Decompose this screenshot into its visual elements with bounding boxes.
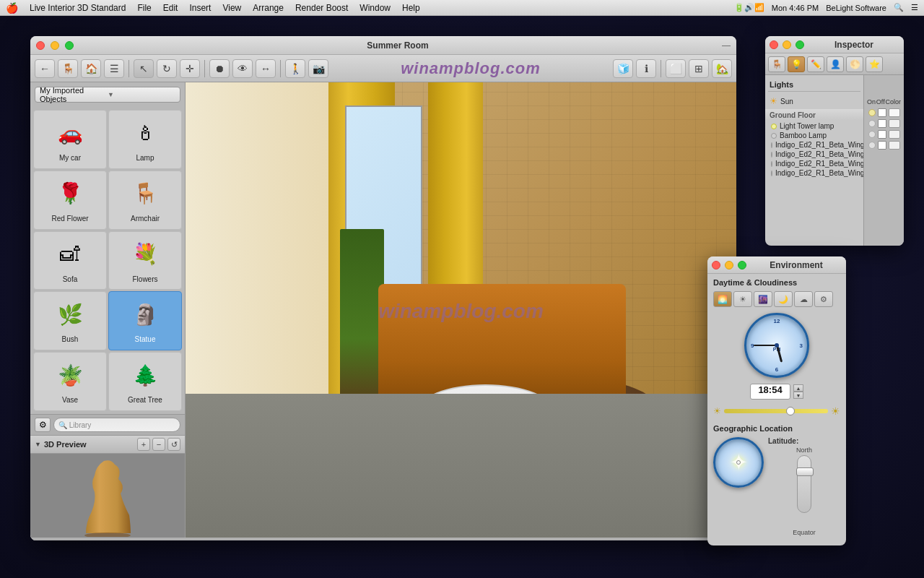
time-step-up[interactable]: ▲ (793, 384, 803, 392)
sidebar-gear-button[interactable]: ⚙ (35, 418, 51, 432)
light-on-icon-1[interactable] (868, 109, 876, 116)
menubar-edit[interactable]: Edit (163, 3, 178, 13)
light-on-icon-4[interactable] (868, 142, 876, 149)
menubar-render[interactable]: Render Boost (295, 3, 348, 13)
object-sofa[interactable]: 🛋 Sofa (33, 231, 107, 290)
time-input-row: 18:54 ▲ ▼ (713, 384, 840, 400)
apple-menu[interactable]: 🍎 (6, 2, 18, 14)
light-off-check-4[interactable] (878, 141, 886, 150)
light-indigo-4[interactable]: Indigo_Ed2_R1_Beta_Wing (768, 168, 860, 178)
env-time-btn-settings[interactable]: ⚙ (814, 291, 833, 307)
object-lamp[interactable]: 🕯 Lamp (108, 110, 182, 169)
light-color-swatch-4[interactable] (889, 141, 900, 150)
object-bush[interactable]: 🌿 Bush (33, 291, 107, 350)
scene-image: winampblog.com (186, 82, 736, 540)
main-window-minimize[interactable] (51, 41, 59, 50)
preview-zoom-in[interactable]: + (137, 438, 150, 451)
toolbar-2d[interactable]: ⬜ (666, 59, 686, 78)
inspector-btn-person[interactable]: 👤 (827, 56, 844, 72)
object-statue[interactable]: 🗿 Statue (108, 291, 182, 350)
inspector-minimize[interactable] (783, 40, 791, 49)
toolbar-rotate[interactable]: ↻ (157, 59, 177, 78)
toolbar-info[interactable]: ℹ (636, 59, 656, 78)
menubar-file[interactable]: File (137, 3, 151, 13)
menubar-app-name[interactable]: Live Interior 3D Standard (30, 3, 126, 13)
window-resize-handle[interactable] (30, 538, 736, 540)
main-window-collapse[interactable]: — (722, 40, 731, 51)
compass[interactable]: ✦ (713, 437, 764, 488)
light-tower-lamp[interactable]: Light Tower lamp (768, 121, 860, 131)
light-off-check-3[interactable] (878, 130, 886, 139)
toolbar-camera[interactable]: 📷 (308, 59, 328, 78)
light-indigo-1[interactable]: Indigo_Ed2_R1_Beta_Wing (768, 140, 860, 150)
menubar-arrange[interactable]: Arrange (253, 3, 284, 13)
env-maximize[interactable] (738, 261, 746, 269)
light-color-swatch-3[interactable] (889, 130, 900, 139)
light-bamboo-lamp[interactable]: Bamboo Lamp (768, 131, 860, 140)
light-on-icon-2[interactable] (868, 120, 876, 127)
light-item-sun[interactable]: ☀ Sun (768, 95, 860, 108)
env-time-btn-dawn[interactable]: 🌅 (713, 291, 732, 307)
inspector-btn-light[interactable]: 💡 (788, 56, 805, 72)
menubar-window[interactable]: Window (359, 3, 391, 13)
toolbar-pan[interactable]: ↔ (256, 59, 276, 78)
toolbar-furniture[interactable]: 🪑 (58, 59, 78, 78)
inspector-btn-star[interactable]: ⭐ (866, 56, 883, 72)
env-time-btn-day[interactable]: ☀ (733, 291, 752, 307)
main-window-close[interactable] (36, 41, 45, 50)
preview-refresh[interactable]: ↺ (167, 438, 180, 451)
light-color-swatch-1[interactable] (889, 108, 900, 117)
object-flowers[interactable]: 💐 Flowers (108, 231, 182, 290)
toolbar-object[interactable]: 🧊 (613, 59, 633, 78)
brightness-row: ☀ ☀ (713, 405, 840, 417)
toolbar-move[interactable]: ✛ (180, 59, 200, 78)
clock[interactable]: 12 3 6 9 PM (744, 313, 809, 378)
toolbar-person[interactable]: 🚶 (285, 59, 305, 78)
env-time-btn-clouds[interactable]: ☁ (794, 291, 813, 307)
toolbar-list[interactable]: ☰ (104, 59, 124, 78)
menubar-help[interactable]: Help (402, 3, 420, 13)
light-color-swatch-2[interactable] (889, 119, 900, 128)
light-off-check-2[interactable] (878, 119, 886, 128)
inspector-btn-furniture[interactable]: 🪑 (768, 56, 785, 72)
env-time-btn-dusk[interactable]: 🌆 (754, 291, 772, 307)
light-indigo-3[interactable]: Indigo_Ed2_R1_Beta_Wing (768, 159, 860, 168)
env-close[interactable] (712, 261, 720, 269)
inspector-btn-edit[interactable]: ✏️ (807, 56, 824, 72)
time-input[interactable]: 18:54 (750, 384, 790, 400)
object-red-flower[interactable]: 🌹 Red Flower (33, 171, 107, 230)
light-indigo-2[interactable]: Indigo_Ed2_R1_Beta_Wing (768, 150, 860, 159)
object-my-car[interactable]: 🚗 My car (33, 110, 107, 169)
menubar-menu-icon[interactable]: ☰ (911, 3, 918, 12)
main-window-maximize[interactable] (65, 41, 74, 50)
toolbar-view[interactable]: 👁 (232, 59, 253, 78)
time-step-down[interactable]: ▼ (793, 392, 803, 399)
toolbar-select[interactable]: ↖ (134, 59, 154, 78)
toolbar-record[interactable]: ⏺ (209, 59, 230, 78)
preview-collapse-icon[interactable]: ▼ (35, 441, 41, 448)
inspector-maximize[interactable] (796, 40, 804, 49)
brightness-slider[interactable] (724, 409, 828, 413)
toolbar-walls[interactable]: 🏠 (81, 59, 101, 78)
objects-dropdown[interactable]: My Imported Objects ▼ (35, 87, 180, 103)
sidebar-search[interactable]: 🔍 Library (53, 418, 180, 432)
object-great-tree[interactable]: 🌲 Great Tree (108, 352, 182, 411)
object-armchair[interactable]: 🪑 Armchair (108, 171, 182, 230)
menubar-insert[interactable]: Insert (189, 3, 211, 13)
object-vase[interactable]: 🪴 Vase (33, 352, 107, 411)
toolbar-home[interactable]: 🏡 (712, 59, 732, 78)
lat-slider[interactable] (797, 455, 811, 513)
env-minimize[interactable] (725, 261, 733, 269)
scene-area[interactable]: winampblog.com (186, 82, 736, 540)
menubar-search-icon[interactable]: 🔍 (894, 3, 904, 12)
preview-zoom-out[interactable]: − (152, 438, 165, 451)
inspector-close[interactable] (770, 40, 778, 49)
menubar-view[interactable]: View (222, 3, 241, 13)
toolbar-back[interactable]: ← (35, 59, 55, 78)
toolbar-3d[interactable]: ⊞ (689, 59, 709, 78)
light-off-check-1[interactable] (878, 108, 886, 117)
inspector-btn-color[interactable]: 🌕 (846, 56, 863, 72)
env-time-btn-night[interactable]: 🌙 (774, 291, 793, 307)
light-on-icon-3[interactable] (868, 131, 876, 138)
main-window-toolbar: ← 🪑 🏠 ☰ ↖ ↻ ✛ ⏺ 👁 ↔ 🚶 📷 winampblog.com 🧊… (30, 55, 736, 82)
